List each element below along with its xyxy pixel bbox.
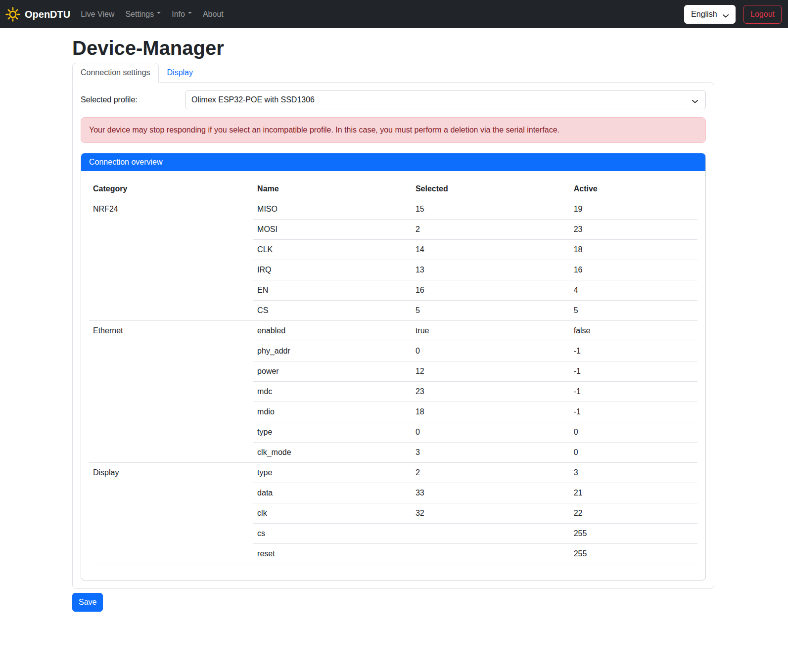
name-cell: type bbox=[253, 463, 412, 483]
nav-item-live-view[interactable]: Live View bbox=[75, 4, 120, 24]
chevron-down-icon bbox=[722, 11, 729, 23]
selected-cell: 0 bbox=[412, 422, 570, 443]
top-navbar: OpenDTU Live View Settings Info About En… bbox=[0, 0, 788, 28]
nav-item-settings[interactable]: Settings bbox=[120, 4, 166, 24]
table-row: NRF24MISO1519 bbox=[89, 199, 697, 220]
name-cell: CLK bbox=[253, 240, 412, 260]
nav-item-info[interactable]: Info bbox=[166, 4, 197, 24]
selected-cell: 2 bbox=[412, 220, 570, 240]
connection-overview-card: Connection overview CategoryNameSelected… bbox=[81, 153, 706, 581]
table-row: Displaytype23 bbox=[89, 463, 697, 483]
chevron-down-icon bbox=[692, 96, 698, 108]
nav-item-label: Live View bbox=[81, 10, 114, 18]
selected-cell: 2 bbox=[412, 463, 570, 483]
name-cell: enabled bbox=[253, 321, 412, 341]
table-header-row: CategoryNameSelectedActive bbox=[89, 179, 697, 199]
profile-select[interactable]: Olimex ESP32-POE with SSD1306 bbox=[185, 90, 706, 109]
selected-cell: 23 bbox=[412, 382, 570, 402]
active-cell: 19 bbox=[570, 199, 697, 220]
sun-icon bbox=[5, 6, 21, 22]
name-cell: type bbox=[253, 422, 412, 443]
name-cell: CS bbox=[253, 301, 412, 321]
caret-down-icon bbox=[188, 12, 192, 16]
selected-cell: true bbox=[412, 321, 570, 341]
active-cell: 18 bbox=[570, 240, 697, 260]
active-cell: 0 bbox=[570, 422, 697, 443]
tab-connection-settings[interactable]: Connection settings bbox=[72, 63, 159, 83]
active-cell: 21 bbox=[570, 483, 697, 503]
tab-content-panel: Selected profile: Olimex ESP32-POE with … bbox=[72, 82, 714, 589]
selected-cell: 33 bbox=[412, 483, 570, 503]
selected-cell bbox=[412, 544, 570, 564]
name-cell: MOSI bbox=[253, 220, 412, 240]
name-cell: mdc bbox=[253, 382, 412, 402]
active-cell: -1 bbox=[570, 341, 697, 361]
caret-down-icon bbox=[157, 12, 161, 16]
active-cell: 0 bbox=[570, 443, 697, 463]
active-cell: false bbox=[570, 321, 697, 341]
name-cell: IRQ bbox=[253, 260, 412, 280]
tab-display[interactable]: Display bbox=[159, 63, 201, 83]
language-select[interactable]: English bbox=[684, 5, 736, 24]
tab-bar: Connection settings Display bbox=[72, 63, 714, 82]
active-cell: 255 bbox=[570, 544, 697, 564]
logout-button[interactable]: Logout bbox=[743, 5, 782, 24]
profile-selected-value: Olimex ESP32-POE with SSD1306 bbox=[191, 95, 315, 104]
nav-item-label: Settings bbox=[125, 10, 154, 18]
selected-cell: 14 bbox=[412, 240, 570, 260]
selected-cell bbox=[412, 524, 570, 544]
selected-cell: 18 bbox=[412, 402, 570, 422]
selected-cell: 3 bbox=[412, 443, 570, 463]
active-cell: 16 bbox=[570, 260, 697, 280]
nav-item-label: Info bbox=[172, 10, 185, 18]
incompatible-profile-warning: Your device may stop responding if you s… bbox=[81, 117, 706, 143]
page-container: Device-Manager Connection settings Displ… bbox=[72, 36, 714, 612]
column-header: Active bbox=[570, 179, 697, 199]
category-cell: NRF24 bbox=[89, 199, 253, 321]
language-selected-value: English bbox=[691, 10, 717, 18]
active-cell: 3 bbox=[570, 463, 697, 483]
page-title: Device-Manager bbox=[72, 36, 714, 60]
active-cell: 23 bbox=[570, 220, 697, 240]
profile-form-row: Selected profile: Olimex ESP32-POE with … bbox=[81, 90, 706, 109]
active-cell: -1 bbox=[570, 382, 697, 402]
name-cell: cs bbox=[253, 524, 412, 544]
column-header: Category bbox=[89, 179, 253, 199]
name-cell: EN bbox=[253, 280, 412, 301]
profile-label: Selected profile: bbox=[81, 94, 185, 106]
name-cell: reset bbox=[253, 544, 412, 564]
brand-label: OpenDTU bbox=[25, 8, 70, 20]
connection-overview-table: CategoryNameSelectedActive NRF24MISO1519… bbox=[89, 179, 697, 564]
selected-cell: 32 bbox=[412, 503, 570, 524]
active-cell: -1 bbox=[570, 402, 697, 422]
active-cell: 5 bbox=[570, 301, 697, 321]
nav-links: Live View Settings Info About bbox=[75, 4, 229, 24]
selected-cell: 15 bbox=[412, 199, 570, 220]
name-cell: power bbox=[253, 361, 412, 382]
active-cell: 255 bbox=[570, 524, 697, 544]
name-cell: clk_mode bbox=[253, 443, 412, 463]
selected-cell: 12 bbox=[412, 361, 570, 382]
active-cell: -1 bbox=[570, 361, 697, 382]
card-header: Connection overview bbox=[81, 153, 705, 171]
column-header: Name bbox=[253, 179, 412, 199]
nav-item-label: About bbox=[203, 10, 224, 18]
table-row: Ethernetenabledtruefalse bbox=[89, 321, 697, 341]
name-cell: data bbox=[253, 483, 412, 503]
name-cell: clk bbox=[253, 503, 412, 524]
category-cell: Display bbox=[89, 463, 253, 564]
save-button[interactable]: Save bbox=[72, 593, 103, 612]
card-body: CategoryNameSelectedActive NRF24MISO1519… bbox=[81, 171, 705, 580]
selected-cell: 13 bbox=[412, 260, 570, 280]
brand-link[interactable]: OpenDTU bbox=[5, 6, 70, 22]
category-cell: Ethernet bbox=[89, 321, 253, 463]
column-header: Selected bbox=[412, 179, 570, 199]
name-cell: mdio bbox=[253, 402, 412, 422]
nav-item-about[interactable]: About bbox=[197, 4, 229, 24]
active-cell: 22 bbox=[570, 503, 697, 524]
name-cell: phy_addr bbox=[253, 341, 412, 361]
name-cell: MISO bbox=[253, 199, 412, 220]
active-cell: 4 bbox=[570, 280, 697, 301]
selected-cell: 5 bbox=[412, 301, 570, 321]
selected-cell: 0 bbox=[412, 341, 570, 361]
